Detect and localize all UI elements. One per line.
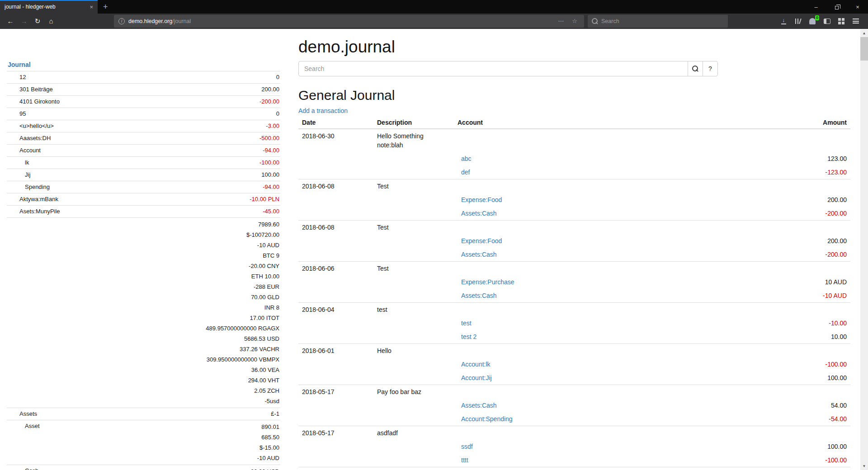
- account-name-cell[interactable]: Cash: [7, 465, 121, 470]
- minimize-button[interactable]: –: [806, 0, 826, 14]
- url-text: demo.hledger.org/journal: [128, 18, 191, 24]
- tab-close-icon[interactable]: ×: [86, 4, 93, 10]
- transaction-amount-empty: [742, 129, 850, 152]
- posting-account-link[interactable]: Expense:Food: [461, 196, 502, 203]
- balance-amount: -100.00: [122, 158, 279, 167]
- account-name-cell[interactable]: lk: [7, 157, 121, 169]
- transaction-row: 2018-06-08Test: [298, 221, 850, 235]
- transaction-amount-empty: [742, 179, 850, 193]
- posting-date-empty: [298, 152, 373, 165]
- posting-date-empty: [298, 193, 373, 207]
- account-name-cell[interactable]: <u>hello</u>: [7, 120, 121, 132]
- extension-button[interactable]: 0: [806, 15, 819, 28]
- posting-account-link[interactable]: Assets:Cash: [461, 251, 497, 258]
- transaction-description: Test: [373, 467, 454, 470]
- add-transaction-link[interactable]: Add a transaction: [298, 107, 348, 114]
- account-name-cell[interactable]: 95: [7, 108, 121, 120]
- posting-account-link[interactable]: test: [461, 320, 472, 327]
- balance-amount: 7989.60: [122, 219, 279, 230]
- sidebar-toggle-button[interactable]: [820, 15, 834, 28]
- posting-account-cell: Expense:Food: [454, 234, 742, 248]
- account-name-cell[interactable]: 12: [7, 71, 121, 84]
- posting-account-link[interactable]: Assets:Cash: [461, 292, 497, 299]
- posting-amount: -200.00: [742, 248, 850, 262]
- balance-amount: 890.01: [122, 422, 279, 432]
- posting-account-link[interactable]: Expense:Food: [461, 237, 502, 244]
- posting-account-link[interactable]: Assets:Cash: [461, 210, 497, 217]
- apps-grid-button[interactable]: [835, 15, 848, 28]
- transaction-date: 2018-06-30: [298, 129, 373, 152]
- menu-button[interactable]: [849, 15, 863, 28]
- browser-tab[interactable]: journal - hledger-web ×: [0, 0, 98, 14]
- balance-amount: -45.00: [122, 207, 279, 216]
- posting-account-link[interactable]: test 2: [461, 333, 476, 340]
- balance-amount: 70.00 GLD: [122, 292, 279, 302]
- account-name-cell[interactable]: Asets:MunyPile: [7, 206, 121, 218]
- posting-account-link[interactable]: ssdf: [461, 443, 473, 450]
- posting-date-empty: [298, 440, 373, 453]
- posting-account-link[interactable]: Account:Jij: [461, 374, 492, 381]
- posting-amount: 123.00: [742, 152, 850, 165]
- posting-account-link[interactable]: abc: [461, 155, 472, 162]
- posting-description-empty: [373, 330, 454, 344]
- posting-account-link[interactable]: tttt: [461, 456, 468, 464]
- account-name-cell[interactable]: Jij: [7, 169, 121, 181]
- page-scrollbar[interactable]: ▲ ▼: [860, 29, 868, 470]
- account-name-cell[interactable]: Aktywa:mBank: [7, 193, 121, 206]
- journal-table-body: 2018-06-30Hello Something note:blahabc12…: [298, 129, 850, 470]
- scroll-down-icon[interactable]: ▼: [860, 462, 868, 470]
- posting-description-empty: [373, 453, 454, 467]
- home-button[interactable]: ⌂: [44, 15, 58, 28]
- transaction-row: 2018-05-17Pay foo bar baz: [298, 385, 850, 399]
- posting-description-empty: [373, 412, 454, 426]
- posting-account-link[interactable]: Assets:Cash: [461, 402, 497, 409]
- posting-account-link[interactable]: Expense:Purchase: [461, 278, 514, 286]
- accounts-sidebar: Journal 120301 Beiträge200.004101 Giroko…: [7, 59, 280, 470]
- posting-account-link[interactable]: Account:lk: [461, 361, 491, 368]
- posting-account-cell: abc: [454, 152, 742, 165]
- journal-search-input[interactable]: [298, 61, 688, 76]
- account-balance-cell: £-1: [121, 408, 280, 420]
- account-name-cell[interactable]: Asset: [7, 420, 121, 465]
- account-balance-cell: -45.00: [121, 206, 280, 218]
- new-tab-button[interactable]: +: [98, 0, 113, 14]
- close-window-button[interactable]: ×: [847, 0, 868, 14]
- scrollbar-thumb[interactable]: [860, 37, 868, 61]
- browser-search-bar[interactable]: [588, 15, 728, 28]
- transaction-amount-empty: [742, 467, 850, 470]
- back-button[interactable]: ←: [4, 15, 17, 28]
- journal-heading-link[interactable]: Journal: [8, 61, 31, 68]
- account-name-cell[interactable]: 301 Beiträge: [7, 84, 121, 96]
- search-icon: [692, 66, 698, 72]
- account-name-cell[interactable]: Aaasets:DH: [7, 132, 121, 145]
- scroll-up-icon[interactable]: ▲: [860, 29, 868, 37]
- posting-account-link[interactable]: Account:Spending: [461, 415, 513, 423]
- account-name-cell[interactable]: Account: [7, 145, 121, 157]
- balance-amount: -20.00 CNY: [122, 261, 279, 271]
- posting-amount: 54.00: [742, 399, 850, 412]
- balance-amount: -30.00 USD: [122, 466, 279, 470]
- account-name-cell[interactable]: Spending: [7, 181, 121, 193]
- journal-search-button[interactable]: [688, 61, 703, 76]
- downloads-button[interactable]: ↓: [777, 15, 790, 28]
- transaction-account-empty: [454, 262, 742, 276]
- restore-button[interactable]: [826, 0, 847, 14]
- posting-account-link[interactable]: def: [461, 169, 470, 176]
- forward-button[interactable]: →: [17, 15, 31, 28]
- library-button[interactable]: [791, 15, 805, 28]
- page-content: Journal 120301 Beiträge200.004101 Giroko…: [0, 29, 868, 470]
- posting-row: Expense:Purchase10 AUD: [298, 275, 850, 289]
- sidebar-account-row: Assets£-1: [7, 408, 280, 420]
- transaction-row: 2018-06-01Hello: [298, 344, 850, 358]
- reload-button[interactable]: ↻: [31, 15, 44, 28]
- posting-row: Assets:Cash-200.00: [298, 248, 850, 262]
- page-actions-icon[interactable]: ⋯: [556, 18, 566, 24]
- browser-search-input[interactable]: [601, 18, 724, 24]
- url-bar[interactable]: i demo.hledger.org/journal ⋯ ☆: [114, 15, 584, 28]
- account-name-cell[interactable]: 4101 Girokonto: [7, 96, 121, 108]
- posting-row: Expense:Food200.00: [298, 193, 850, 207]
- site-info-icon[interactable]: i: [118, 18, 125, 24]
- bookmark-star-icon[interactable]: ☆: [570, 18, 580, 24]
- account-name-cell[interactable]: Assets: [7, 408, 121, 420]
- search-help-button[interactable]: ?: [703, 61, 718, 76]
